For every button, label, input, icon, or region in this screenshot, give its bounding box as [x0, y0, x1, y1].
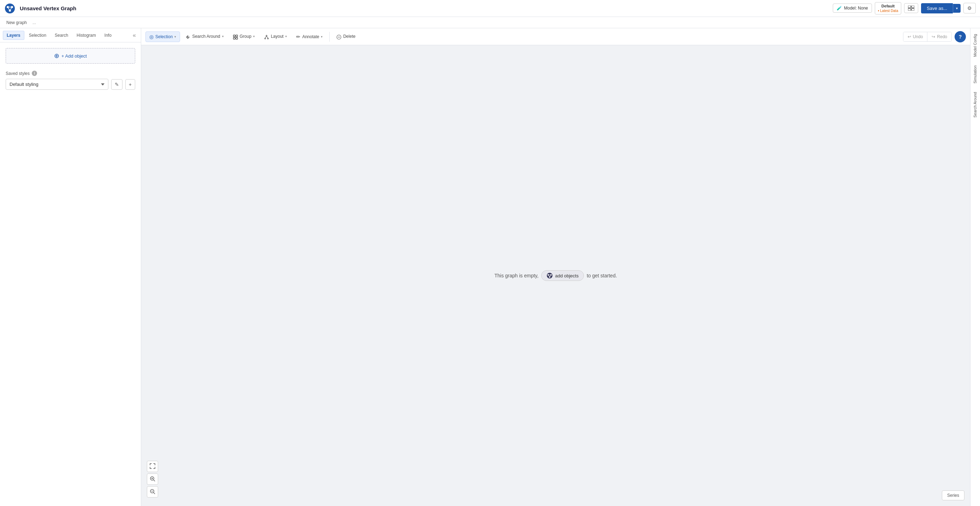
svg-rect-7 — [908, 6, 911, 8]
group-icon — [233, 34, 238, 39]
saved-styles-section: Saved styles i — [6, 71, 135, 76]
add-object-plus-icon: ⊕ — [54, 52, 59, 60]
svg-rect-14 — [236, 37, 238, 39]
add-style-icon: + — [129, 81, 132, 87]
svg-line-32 — [154, 480, 155, 481]
model-icon: 🧪 — [837, 6, 842, 11]
svg-rect-12 — [236, 35, 238, 37]
redo-label: Redo — [937, 34, 947, 39]
main-layout: Layers Selection Search Histogram Info «… — [0, 28, 980, 506]
canvas-empty-message: This graph is empty, add obj — [494, 270, 617, 281]
search-around-button[interactable]: Search Around ▾ — [181, 31, 228, 42]
zoom-in-button[interactable] — [147, 474, 158, 485]
help-icon: ? — [959, 34, 962, 40]
group-label: Group — [240, 34, 251, 39]
svg-line-19 — [267, 36, 268, 38]
topbar-actions: 🧪 Model: None Default • Latest Data Save… — [833, 2, 976, 14]
svg-point-0 — [5, 3, 15, 13]
add-style-button[interactable]: + — [125, 79, 135, 90]
undo-label: Undo — [913, 34, 923, 39]
svg-point-15 — [266, 35, 267, 36]
save-button[interactable]: Save as... — [921, 3, 953, 13]
undo-redo-group: ↩ Undo ↪ Redo — [903, 32, 952, 42]
selection-dropdown-icon: ▾ — [174, 35, 176, 38]
page-title: Unsaved Vertex Graph — [20, 5, 829, 11]
add-objects-pill[interactable]: add objects — [541, 270, 584, 281]
left-panel: Layers Selection Search Histogram Info «… — [0, 28, 141, 506]
content-area: ◎ Selection ▾ Search Around ▾ — [141, 28, 970, 506]
svg-line-18 — [265, 36, 267, 38]
annotate-button[interactable]: ✏ Annotate ▾ — [292, 32, 326, 42]
annotate-icon: ✏ — [296, 34, 301, 40]
left-panel-tabs: Layers Selection Search Histogram Info « — [0, 28, 141, 42]
add-object-label: + Add object — [61, 53, 87, 59]
model-label: Model: None — [844, 6, 868, 11]
default-data-button[interactable]: Default • Latest Data — [875, 2, 901, 14]
add-objects-pill-icon — [546, 273, 553, 279]
tab-search[interactable]: Search — [51, 31, 72, 40]
layout-button[interactable]: Layout ▾ — [260, 31, 291, 42]
saved-styles-text: Saved styles — [6, 71, 30, 76]
selection-label: Selection — [155, 34, 173, 39]
selection-button[interactable]: ◎ Selection ▾ — [145, 32, 180, 42]
layout-dropdown-icon: ▾ — [285, 35, 287, 38]
app-logo — [4, 3, 16, 14]
layout-icon-button[interactable] — [904, 3, 918, 13]
svg-point-17 — [267, 38, 269, 39]
collapse-panel-button[interactable]: « — [130, 31, 138, 40]
add-objects-label: add objects — [555, 273, 579, 278]
tab-layers[interactable]: Layers — [3, 31, 24, 40]
group-button[interactable]: Group ▾ — [229, 31, 259, 42]
fit-canvas-button[interactable] — [147, 461, 158, 472]
svg-rect-9 — [908, 8, 911, 11]
tabbar-new-graph[interactable]: New graph — [3, 18, 30, 27]
right-sidebar: Model Config Simulation Search Around — [970, 28, 980, 506]
annotate-dropdown-icon: ▾ — [321, 35, 323, 38]
svg-rect-11 — [233, 35, 235, 37]
series-button[interactable]: Series — [942, 490, 964, 500]
style-select[interactable]: Default styling — [6, 79, 108, 90]
svg-point-16 — [265, 38, 266, 39]
canvas-area[interactable]: This graph is empty, add obj — [141, 45, 970, 506]
info-icon[interactable]: i — [32, 71, 37, 76]
svg-rect-13 — [233, 37, 235, 39]
sidebar-item-search-around[interactable]: Search Around — [971, 88, 980, 122]
delete-icon — [336, 34, 341, 39]
add-object-button[interactable]: ⊕ + Add object — [6, 48, 135, 64]
style-selector-row: Default styling ✎ + — [6, 79, 135, 90]
search-around-label: Search Around — [192, 34, 220, 39]
model-button[interactable]: 🧪 Model: None — [833, 3, 872, 13]
redo-icon: ↪ — [932, 34, 935, 39]
layout-icon — [264, 34, 269, 39]
tabbar: New graph ... — [0, 17, 980, 28]
tab-selection[interactable]: Selection — [25, 31, 50, 40]
sidebar-item-simulation[interactable]: Simulation — [971, 61, 980, 88]
empty-msg-prefix: This graph is empty, — [494, 273, 538, 278]
dropdown-arrow-icon: ▾ — [956, 6, 958, 10]
help-button[interactable]: ? — [955, 31, 966, 42]
delete-label: Delete — [343, 34, 355, 39]
svg-rect-10 — [912, 8, 914, 11]
save-btn-group: Save as... ▾ — [921, 3, 961, 13]
group-dropdown-icon: ▾ — [253, 35, 255, 38]
toolbar: ◎ Selection ▾ Search Around ▾ — [141, 28, 970, 45]
latest-data-label: • Latest Data — [878, 8, 898, 13]
gear-icon: ⚙ — [967, 5, 972, 11]
edit-style-button[interactable]: ✎ — [111, 79, 123, 90]
fit-icon — [150, 463, 155, 470]
settings-button[interactable]: ⚙ — [963, 3, 976, 13]
save-dropdown-button[interactable]: ▾ — [953, 4, 961, 13]
canvas-controls — [147, 461, 158, 498]
tab-histogram[interactable]: Histogram — [73, 31, 100, 40]
delete-button[interactable]: Delete — [332, 31, 360, 42]
redo-button[interactable]: ↪ Redo — [927, 32, 951, 42]
selection-icon: ◎ — [150, 34, 154, 40]
sidebar-item-model-config[interactable]: Model Config — [971, 30, 980, 61]
annotate-label: Annotate — [302, 34, 319, 39]
tab-info[interactable]: Info — [100, 31, 115, 40]
tabbar-ellipsis[interactable]: ... — [30, 18, 38, 27]
undo-button[interactable]: ↩ Undo — [904, 32, 928, 42]
search-around-icon — [185, 34, 190, 39]
layout-label: Layout — [271, 34, 283, 39]
zoom-out-button[interactable] — [147, 486, 158, 498]
